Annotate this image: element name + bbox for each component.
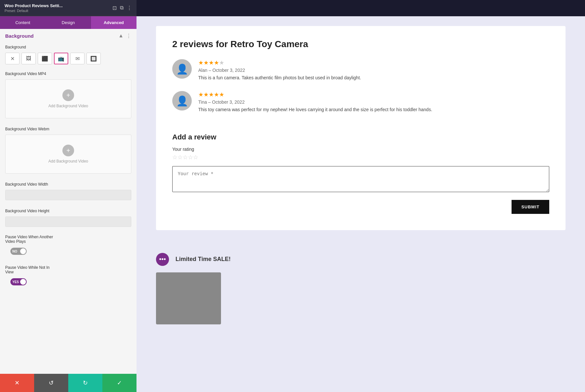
panel-preset: Preset: Default xyxy=(5,9,63,13)
author-date-1: – October 3, 2022 xyxy=(209,68,245,73)
bg-video-width-input[interactable] xyxy=(5,190,131,200)
review-stars-1: ★★★★★ xyxy=(198,59,549,66)
upload-plus-mp4: + xyxy=(62,89,74,101)
pause-another-toggle-row: NO xyxy=(5,246,131,260)
add-review-section: Add a review Your rating ☆☆☆☆☆ SUBMIT xyxy=(172,123,549,217)
background-section-header: Background ▲ ⋮ xyxy=(0,29,136,42)
section-actions: ▲ ⋮ xyxy=(118,33,131,39)
author-date-2: – October 3, 2022 xyxy=(208,99,245,105)
pause-view-toggle[interactable]: YES xyxy=(10,278,27,285)
panel-tabs: Content Design Advanced xyxy=(0,16,136,29)
background-field-label: Background xyxy=(0,42,136,51)
pause-view-toggle-text: YES xyxy=(11,280,19,284)
pause-another-toggle-text: NO xyxy=(11,250,19,253)
tab-design[interactable]: Design xyxy=(46,16,91,29)
star-empty: ★ xyxy=(219,59,224,66)
bg-video-height-label: Background Video Height xyxy=(0,205,136,215)
star-filled: ★★★★ xyxy=(198,59,219,66)
bg-video-width-label: Background Video Width xyxy=(0,179,136,189)
review-item-1: 👤 ★★★★★ Alan – October 3, 2022 This is a… xyxy=(172,59,549,81)
author-name-2: Tina xyxy=(198,99,207,105)
sale-text: Limited Time SALE! xyxy=(176,256,231,263)
submit-button[interactable]: SUBMIT xyxy=(512,200,549,214)
header-icons: ⊡ ⧉ ⋮ xyxy=(112,5,132,11)
pause-view-label: Pause Video While Not In View xyxy=(5,265,131,274)
content-area: 2 reviews for Retro Toy Camera 👤 ★★★★★ A… xyxy=(136,16,585,246)
redo-icon: ↻ xyxy=(83,379,88,386)
fullscreen-icon[interactable]: ⧉ xyxy=(120,5,124,11)
author-name-1: Alan xyxy=(198,68,207,73)
background-title: Background xyxy=(5,33,34,39)
undo-button[interactable]: ↺ xyxy=(34,374,68,392)
avatar-2: 👤 xyxy=(172,91,192,111)
panel-title: Woo Product Reviews Setti... xyxy=(5,3,63,8)
collapse-icon[interactable]: ▲ xyxy=(118,33,124,39)
top-bar xyxy=(136,0,585,16)
upload-area-mp4[interactable]: + Add Background Video xyxy=(5,79,131,118)
save-icon: ✓ xyxy=(117,379,122,386)
pause-another-toggle-bg: NO xyxy=(10,248,27,255)
responsive-icon[interactable]: ⊡ xyxy=(112,5,117,11)
rating-label: Your rating xyxy=(172,147,549,152)
settings-panel: Woo Product Reviews Setti... Preset: Def… xyxy=(0,0,136,392)
pause-view-toggle-row: YES xyxy=(5,276,131,291)
review-author-2: Tina – October 3, 2022 xyxy=(198,99,549,105)
cancel-icon: ✕ xyxy=(15,379,20,386)
preview-area: 2 reviews for Retro Toy Camera 👤 ★★★★★ A… xyxy=(136,0,585,392)
bg-video-mp4-label: Background Video MP4 xyxy=(0,68,136,78)
pause-another-row: Pause Video When Another Video Plays NO xyxy=(0,232,136,263)
bg-video-webm-label: Background Video Webm xyxy=(0,124,136,133)
bg-type-none[interactable]: ✕ xyxy=(5,53,20,64)
upload-plus-webm: + xyxy=(62,145,74,156)
bg-type-selector: ✕ 🖼 ⬛ 📺 ✉ 🔲 xyxy=(0,51,136,68)
bg-type-gradient[interactable]: ⬛ xyxy=(38,53,52,64)
avatar-icon-1: 👤 xyxy=(176,63,188,75)
rating-stars[interactable]: ☆☆☆☆☆ xyxy=(172,154,549,161)
bg-video-height-input[interactable] xyxy=(5,216,131,227)
options-icon[interactable]: ⋮ xyxy=(126,33,131,39)
review-content-1: ★★★★★ Alan – October 3, 2022 This is a f… xyxy=(198,59,549,81)
bg-type-video[interactable]: 📺 xyxy=(54,53,68,64)
panel-body: Background ▲ ⋮ Background ✕ 🖼 ⬛ 📺 ✉ 🔲 Ba… xyxy=(0,29,136,374)
review-textarea[interactable] xyxy=(172,166,549,192)
review-text-2: This toy camera was perfect for my nephe… xyxy=(198,106,549,113)
review-stars-2: ★★★★★ xyxy=(198,91,549,98)
add-review-title: Add a review xyxy=(172,133,549,141)
upload-area-webm[interactable]: + Add Background Video xyxy=(5,135,131,174)
bg-type-mask[interactable]: 🔲 xyxy=(86,53,101,64)
upload-label-webm: Add Background Video xyxy=(48,159,88,163)
pause-another-label: Pause Video When Another Video Plays xyxy=(5,235,131,244)
review-author-1: Alan – October 3, 2022 xyxy=(198,68,549,73)
review-item-2: 👤 ★★★★★ Tina – October 3, 2022 This toy … xyxy=(172,91,549,113)
pause-another-knob xyxy=(20,248,26,254)
bg-type-pattern[interactable]: ✉ xyxy=(70,53,84,64)
review-text-1: This is a fun camera. Takes authentic fi… xyxy=(198,74,549,81)
panel-footer: ✕ ↺ ↻ ✓ xyxy=(0,374,136,392)
upload-label-mp4: Add Background Video xyxy=(48,104,88,108)
avatar-icon-2: 👤 xyxy=(176,95,188,107)
reviews-card: 2 reviews for Retro Toy Camera 👤 ★★★★★ A… xyxy=(156,26,566,230)
sale-circle: ••• xyxy=(156,253,169,266)
bottom-section: ••• Limited Time SALE! xyxy=(136,246,585,331)
pause-view-row: Pause Video While Not In View YES xyxy=(0,263,136,293)
more-icon[interactable]: ⋮ xyxy=(127,5,132,11)
product-image xyxy=(156,272,221,324)
undo-icon: ↺ xyxy=(49,379,54,386)
tab-content[interactable]: Content xyxy=(0,16,46,29)
review-content-2: ★★★★★ Tina – October 3, 2022 This toy ca… xyxy=(198,91,549,113)
avatar-1: 👤 xyxy=(172,59,192,79)
save-button[interactable]: ✓ xyxy=(102,374,136,392)
pause-another-toggle[interactable]: NO xyxy=(10,248,126,255)
star-filled-2: ★★★★★ xyxy=(198,91,224,98)
redo-button[interactable]: ↻ xyxy=(68,374,102,392)
cancel-button[interactable]: ✕ xyxy=(0,374,34,392)
panel-header: Woo Product Reviews Setti... Preset: Def… xyxy=(0,0,136,16)
bg-type-image[interactable]: 🖼 xyxy=(21,53,36,64)
sale-dots-icon: ••• xyxy=(159,255,166,263)
pause-view-knob xyxy=(20,279,26,285)
reviews-title: 2 reviews for Retro Toy Camera xyxy=(172,39,549,49)
tab-advanced[interactable]: Advanced xyxy=(91,16,136,29)
